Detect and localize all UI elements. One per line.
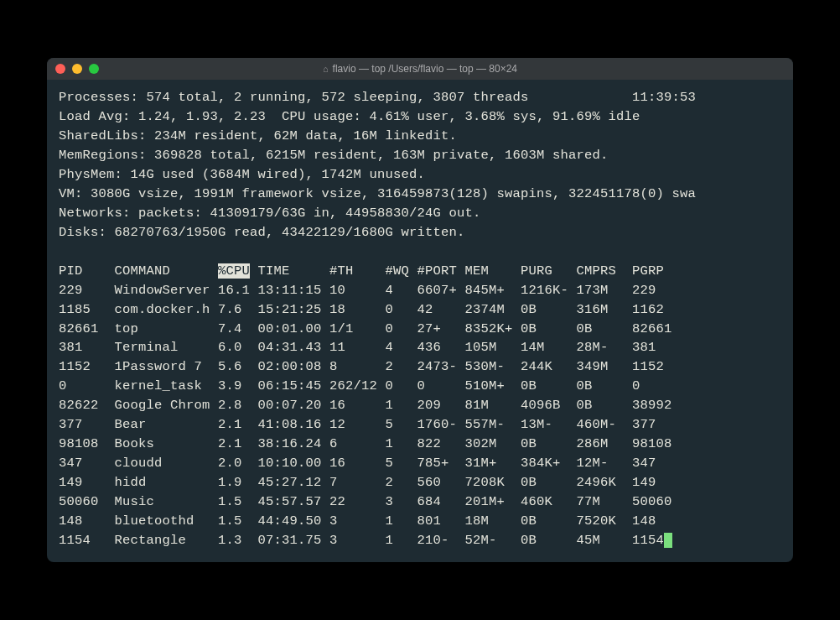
disks: Disks: 68270763/1950G read, 43422129/168… bbox=[59, 223, 781, 242]
table-row: 1154 Rectangle 1.3 07:31.75 3 1 210- 52M… bbox=[59, 531, 781, 550]
table-row: 50060 Music 1.5 45:57.57 22 3 684 201M+ … bbox=[59, 492, 781, 512]
phys-mem: PhysMem: 14G used (3684M wired), 1742M u… bbox=[59, 165, 781, 185]
table-row: 1152 1Password 7 5.6 02:00:08 8 2 2473- … bbox=[59, 357, 781, 377]
table-row: 229 WindowServer 16.1 13:11:15 10 4 6607… bbox=[59, 281, 781, 300]
column-header: PID COMMAND %CPU TIME #TH #WQ #PORT MEM … bbox=[59, 262, 781, 281]
table-row: 82661 top 7.4 00:01.00 1/1 0 27+ 8352K+ … bbox=[59, 320, 781, 339]
table-row: 82622 Google Chrom 2.8 00:07.20 16 1 209… bbox=[59, 396, 781, 415]
sort-column-cpu[interactable]: %CPU bbox=[218, 263, 250, 279]
table-row: 377 Bear 2.1 41:08.16 12 5 1760- 557M- 1… bbox=[59, 415, 781, 435]
table-row: 0 kernel_task 3.9 06:15:45 262/12 0 0 51… bbox=[59, 377, 781, 396]
table-row: 148 bluetoothd 1.5 44:49.50 3 1 801 18M … bbox=[59, 512, 781, 531]
networks: Networks: packets: 41309179/63G in, 4495… bbox=[59, 204, 781, 223]
shared-libs: SharedLibs: 234M resident, 62M data, 16M… bbox=[59, 127, 781, 146]
home-icon: ⌂ bbox=[323, 64, 329, 74]
window-title: ⌂ flavio — top /Users/flavio — top — 80×… bbox=[47, 63, 793, 75]
vm: VM: 3080G vsize, 1991M framework vsize, … bbox=[59, 185, 781, 204]
table-row: 149 hidd 1.9 45:27.12 7 2 560 7208K 0B 2… bbox=[59, 473, 781, 492]
table-row: 381 Terminal 6.0 04:31.43 11 4 436 105M … bbox=[59, 338, 781, 357]
cursor bbox=[664, 533, 672, 548]
table-row: 1185 com.docker.h 7.6 15:21:25 18 0 42 2… bbox=[59, 300, 781, 320]
terminal-window: ⌂ flavio — top /Users/flavio — top — 80×… bbox=[47, 58, 793, 562]
table-row: 347 cloudd 2.0 10:10.00 16 5 785+ 31M+ 3… bbox=[59, 454, 781, 473]
mem-regions: MemRegions: 369828 total, 6215M resident… bbox=[59, 146, 781, 165]
titlebar[interactable]: ⌂ flavio — top /Users/flavio — top — 80×… bbox=[47, 58, 793, 80]
blank-line bbox=[59, 242, 781, 262]
terminal-body[interactable]: Processes: 574 total, 2 running, 572 sle… bbox=[47, 80, 793, 562]
window-title-text: flavio — top /Users/flavio — top — 80×24 bbox=[333, 63, 517, 75]
load-avg: Load Avg: 1.24, 1.93, 2.23 CPU usage: 4.… bbox=[59, 107, 781, 127]
table-row: 98108 Books 2.1 38:16.24 6 1 822 302M 0B… bbox=[59, 435, 781, 454]
process-summary: Processes: 574 total, 2 running, 572 sle… bbox=[59, 88, 781, 107]
